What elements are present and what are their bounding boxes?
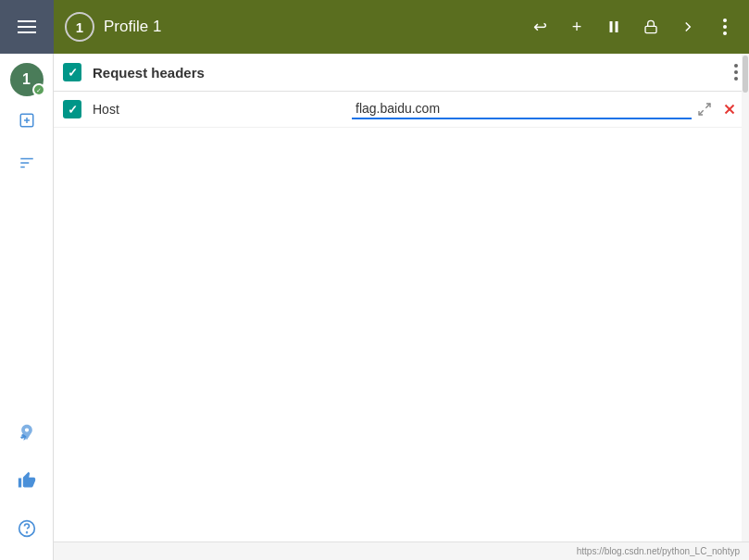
svg-rect-10 bbox=[645, 26, 656, 32]
sidebar-top: 1 bbox=[0, 0, 53, 181]
request-headers-checkbox[interactable] bbox=[63, 63, 81, 81]
host-value-container bbox=[352, 99, 738, 119]
topbar: 1 Profile 1 ↩ + bbox=[54, 0, 749, 54]
expand-button[interactable] bbox=[697, 102, 712, 117]
topbar-profile-number[interactable]: 1 bbox=[65, 12, 94, 42]
profile-active-indicator bbox=[32, 83, 45, 96]
hamburger-button[interactable] bbox=[0, 0, 54, 54]
request-headers-section: Request headers bbox=[54, 54, 749, 92]
add-button[interactable]: + bbox=[564, 14, 590, 40]
svg-point-16 bbox=[734, 77, 738, 81]
scrollbar[interactable] bbox=[742, 54, 749, 541]
host-input[interactable] bbox=[352, 99, 692, 119]
scrollbar-thumb[interactable] bbox=[743, 56, 748, 93]
status-url: https://blog.csdn.net/python_LC_nohtyp bbox=[577, 546, 740, 556]
host-row: Host bbox=[54, 92, 749, 128]
help-button[interactable] bbox=[8, 510, 45, 547]
svg-point-12 bbox=[723, 25, 727, 29]
svg-rect-9 bbox=[616, 21, 618, 32]
sidebar-bottom bbox=[8, 408, 45, 560]
svg-rect-8 bbox=[610, 21, 613, 32]
svg-line-18 bbox=[699, 110, 704, 115]
pause-button[interactable] bbox=[601, 14, 627, 40]
lock-button[interactable] bbox=[638, 14, 664, 40]
host-checkbox[interactable] bbox=[63, 100, 81, 118]
svg-point-7 bbox=[26, 532, 27, 533]
svg-point-13 bbox=[723, 31, 727, 35]
sort-button[interactable] bbox=[8, 144, 45, 181]
host-label: Host bbox=[93, 102, 352, 117]
svg-point-14 bbox=[734, 64, 738, 68]
svg-line-17 bbox=[705, 104, 710, 108]
svg-point-11 bbox=[723, 19, 727, 22]
sidebar: 1 bbox=[0, 0, 54, 560]
more-options-button[interactable] bbox=[712, 14, 738, 40]
thumbsup-button[interactable] bbox=[8, 462, 45, 499]
svg-point-15 bbox=[734, 70, 738, 74]
handshake-button[interactable] bbox=[8, 414, 45, 451]
topbar-title: Profile 1 bbox=[104, 18, 518, 36]
new-tab-button[interactable] bbox=[8, 102, 45, 139]
content-area: Request headers Host bbox=[54, 54, 749, 541]
request-headers-more-button[interactable] bbox=[734, 64, 738, 81]
request-headers-title: Request headers bbox=[93, 65, 734, 81]
share-button[interactable] bbox=[675, 14, 701, 40]
main-area: 1 Profile 1 ↩ + bbox=[54, 0, 749, 560]
undo-button[interactable]: ↩ bbox=[527, 14, 553, 40]
profile-badge[interactable]: 1 bbox=[10, 63, 44, 96]
topbar-actions: ↩ + bbox=[527, 14, 738, 40]
hamburger-icon bbox=[18, 20, 36, 33]
statusbar: https://blog.csdn.net/python_LC_nohtyp bbox=[54, 541, 749, 560]
delete-button[interactable] bbox=[721, 101, 738, 118]
